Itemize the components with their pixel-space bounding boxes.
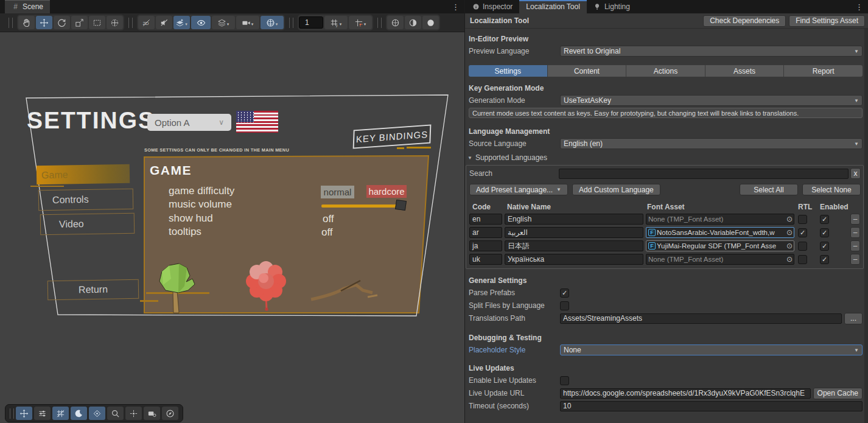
live-update-url-input[interactable]: https://docs.google.com/spreadsheets/d/1… bbox=[560, 388, 811, 399]
music-volume-slider-handle[interactable] bbox=[395, 200, 407, 211]
effects-toggle-button[interactable]: ▾ bbox=[173, 16, 190, 29]
code-field[interactable]: en bbox=[469, 214, 502, 225]
scene-panel-menu-button[interactable]: ⋮ bbox=[447, 0, 464, 13]
difficulty-normal-button[interactable]: normal bbox=[321, 186, 354, 198]
camera-dropdown-button[interactable]: ▾ bbox=[236, 16, 259, 29]
camera-preview-button[interactable] bbox=[144, 407, 160, 420]
snap-grid-dropdown-button[interactable]: ▾ bbox=[349, 16, 372, 29]
rtl-checkbox[interactable] bbox=[798, 255, 807, 264]
scene-light-moon-button[interactable] bbox=[71, 407, 87, 420]
parse-prefabs-checkbox[interactable]: ✓ bbox=[560, 288, 569, 298]
rtl-checkbox[interactable]: ✓ bbox=[798, 228, 807, 237]
move-overlay-button[interactable] bbox=[16, 407, 32, 420]
rect-tool-button[interactable] bbox=[89, 16, 105, 29]
2d-view-toggle-button[interactable]: 2D bbox=[138, 16, 155, 29]
tab-localization-tool[interactable]: Localization Tool bbox=[519, 0, 587, 13]
inspector-scrollbar[interactable] bbox=[864, 29, 868, 423]
object-picker-icon[interactable]: ⊙ bbox=[786, 215, 793, 223]
overlay-drag-handle[interactable] bbox=[9, 18, 13, 28]
scale-tool-button[interactable] bbox=[71, 16, 88, 29]
remove-language-button[interactable]: – bbox=[850, 240, 860, 251]
game-menu-tab-video[interactable]: Video bbox=[40, 213, 135, 236]
check-dependencies-button[interactable]: Check Dependencies bbox=[703, 15, 786, 27]
overlay-drag-handle[interactable] bbox=[289, 18, 293, 28]
compass-orientation-button[interactable] bbox=[162, 407, 178, 420]
inspector-panel-menu-button[interactable]: ⋮ bbox=[850, 0, 868, 13]
timeout-input[interactable]: 10 bbox=[560, 401, 863, 411]
overlay-drag-handle[interactable] bbox=[10, 408, 14, 419]
preview-language-dropdown[interactable]: Revert to Original ▼ bbox=[560, 46, 863, 57]
game-return-button[interactable]: Return bbox=[47, 279, 139, 301]
tab-assets[interactable]: Assets bbox=[705, 65, 785, 77]
tab-report[interactable]: Report bbox=[784, 65, 863, 77]
object-picker-icon[interactable]: ⊙ bbox=[786, 242, 793, 250]
filter-sliders-button[interactable] bbox=[34, 407, 51, 420]
lighting-sphere-button[interactable] bbox=[422, 16, 439, 29]
prefab-diamond-button[interactable] bbox=[89, 407, 105, 420]
tab-inspector[interactable]: Inspector bbox=[465, 0, 519, 13]
enabled-checkbox[interactable]: ✓ bbox=[820, 242, 829, 251]
enabled-checkbox[interactable]: ✓ bbox=[820, 215, 829, 224]
code-field[interactable]: ja bbox=[469, 240, 502, 251]
browse-path-button[interactable]: ... bbox=[844, 313, 863, 324]
tab-lighting[interactable]: Lighting bbox=[587, 0, 637, 13]
rtl-checkbox[interactable] bbox=[798, 215, 807, 224]
wireframe-sphere-button[interactable] bbox=[387, 16, 404, 29]
search-clear-button[interactable]: x bbox=[850, 168, 861, 179]
remove-language-button[interactable]: – bbox=[850, 254, 860, 265]
source-language-dropdown[interactable]: English (en) ▼ bbox=[560, 138, 863, 149]
scene-visibility-eye-button[interactable] bbox=[191, 16, 211, 29]
native-name-field[interactable]: العربية bbox=[505, 227, 643, 238]
grid-toggle-button[interactable] bbox=[52, 407, 69, 420]
tab-settings[interactable]: Settings bbox=[469, 65, 548, 77]
rtl-checkbox[interactable] bbox=[798, 242, 807, 251]
font-asset-field[interactable]: None (TMP_Font Asset) ⊙ bbox=[646, 254, 794, 265]
supported-languages-foldout[interactable]: ▼ Supported Languages bbox=[467, 153, 863, 162]
enabled-checkbox[interactable]: ✓ bbox=[820, 228, 829, 237]
show-hud-value[interactable]: off bbox=[323, 213, 334, 225]
font-asset-field[interactable]: F NotoSansArabic-VariableFont_wdth,w ⊙ bbox=[646, 227, 794, 238]
tab-content[interactable]: Content bbox=[548, 65, 627, 77]
remove-language-button[interactable]: – bbox=[850, 214, 860, 225]
open-cache-button[interactable]: Open Cache bbox=[813, 388, 863, 399]
difficulty-hardcore-button[interactable]: hardcore bbox=[366, 185, 407, 198]
find-settings-asset-button[interactable]: Find Settings Asset bbox=[789, 15, 865, 27]
reference-scale-field[interactable]: 1 bbox=[299, 16, 323, 29]
object-picker-icon[interactable]: ⊙ bbox=[786, 228, 793, 237]
add-preset-language-button[interactable]: Add Preset Language... ▼ bbox=[469, 184, 568, 195]
rotate-tool-button[interactable] bbox=[54, 16, 70, 29]
audio-mute-toggle-button[interactable] bbox=[156, 16, 172, 29]
select-all-button[interactable]: Select All bbox=[740, 184, 798, 195]
translations-path-input[interactable]: Assets/StreamingAssets bbox=[560, 313, 842, 324]
game-language-dropdown[interactable]: Option A ∨ bbox=[147, 114, 231, 131]
object-picker-icon[interactable]: ⊙ bbox=[786, 255, 793, 264]
select-none-button[interactable]: Select None bbox=[802, 184, 861, 195]
font-asset-field[interactable]: None (TMP_Font Asset) ⊙ bbox=[646, 214, 794, 225]
font-asset-field[interactable]: F YujiMai-Regular SDF (TMP_Font Asse ⊙ bbox=[646, 240, 794, 251]
add-custom-language-button[interactable]: Add Custom Language bbox=[572, 184, 660, 195]
layers-dropdown-button[interactable]: ▾ bbox=[212, 16, 235, 29]
hand-tool-button[interactable] bbox=[18, 16, 35, 29]
enabled-checkbox[interactable]: ✓ bbox=[820, 255, 829, 264]
game-menu-tab-game[interactable]: Game bbox=[37, 164, 130, 185]
code-field[interactable]: ar bbox=[469, 227, 502, 238]
search-input[interactable] bbox=[559, 169, 849, 179]
placeholder-style-dropdown[interactable]: None ▼ bbox=[560, 344, 863, 355]
gizmos-globe-button[interactable]: ▾ bbox=[261, 16, 284, 29]
music-volume-slider[interactable] bbox=[321, 205, 406, 208]
center-pivot-button[interactable] bbox=[125, 407, 142, 420]
code-field[interactable]: uk bbox=[469, 254, 502, 265]
native-name-field[interactable]: Українська bbox=[505, 254, 643, 265]
search-magnifier-button[interactable] bbox=[107, 407, 124, 420]
overlay-drag-handle[interactable] bbox=[128, 18, 133, 28]
game-menu-tab-controls[interactable]: Controls bbox=[38, 189, 134, 211]
remove-language-button[interactable]: – bbox=[850, 227, 860, 238]
generation-mode-dropdown[interactable]: UseTextAsKey ▼ bbox=[560, 95, 863, 106]
native-name-field[interactable]: 日本語 bbox=[505, 240, 643, 251]
tooltips-value[interactable]: off bbox=[321, 226, 333, 239]
overlay-drag-handle[interactable] bbox=[377, 18, 382, 28]
native-name-field[interactable]: English bbox=[505, 214, 643, 225]
tab-actions[interactable]: Actions bbox=[626, 65, 705, 77]
enable-live-updates-checkbox[interactable] bbox=[560, 376, 569, 385]
move-tool-button[interactable] bbox=[36, 16, 52, 29]
